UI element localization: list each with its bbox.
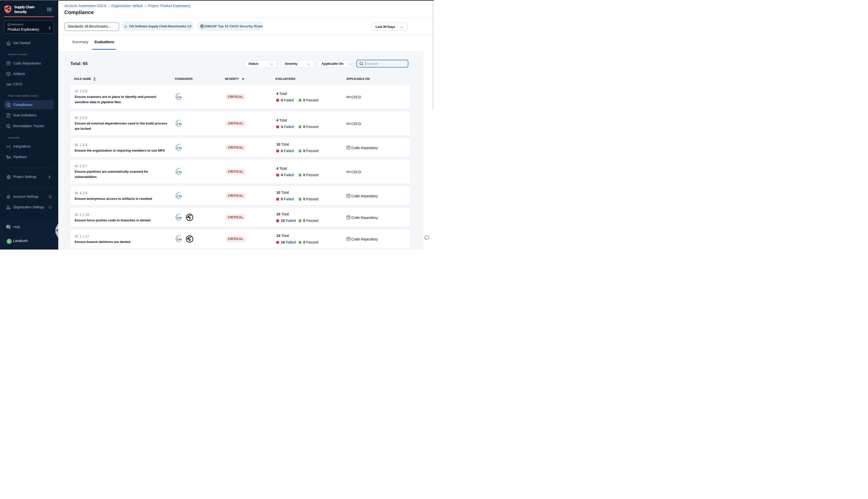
svg-text:?: ? (8, 225, 9, 228)
